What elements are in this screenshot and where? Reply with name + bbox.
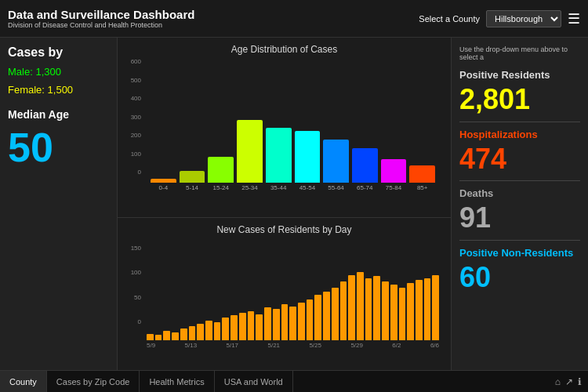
x-label: 6/2 bbox=[392, 342, 401, 349]
daily-bar bbox=[382, 281, 389, 340]
age-bar-group: 45-54 bbox=[295, 131, 321, 191]
age-bar-group: 25-34 bbox=[237, 120, 263, 191]
external-link-icon[interactable]: ↗ bbox=[565, 376, 573, 387]
age-bar bbox=[352, 148, 378, 183]
divider-3 bbox=[459, 240, 580, 241]
page-title: Data and Surveillance Dashboard bbox=[8, 8, 194, 21]
positive-residents-value: 2,801 bbox=[459, 84, 580, 115]
age-bar-label: 65-74 bbox=[357, 184, 372, 191]
age-bar-label: 25-34 bbox=[241, 184, 257, 191]
age-bar-group: 0-4 bbox=[151, 179, 176, 192]
age-bar-group: 35-44 bbox=[266, 128, 292, 191]
left-panel: Cases by Male: 1,300 Female: 1,500 Media… bbox=[0, 38, 118, 390]
menu-icon[interactable]: ☰ bbox=[568, 10, 580, 27]
county-select-label: Select a County bbox=[419, 14, 480, 24]
x-label: 5/9 bbox=[147, 342, 155, 349]
nav-tab-health-metrics[interactable]: Health Metrics bbox=[140, 371, 214, 392]
age-bar-group: 5-14 bbox=[180, 171, 205, 191]
age-bar-label: 75-84 bbox=[386, 184, 401, 191]
bottom-nav: CountyCases by Zip CodeHealth MetricsUSA… bbox=[0, 370, 588, 392]
daily-bar bbox=[340, 281, 347, 340]
daily-bar bbox=[281, 304, 289, 340]
age-bar bbox=[295, 131, 321, 183]
daily-bar bbox=[357, 272, 364, 341]
hint-text: Use the drop-down menu above to select a bbox=[459, 45, 580, 61]
hospitalizations-label: Hospitalizations bbox=[459, 129, 580, 140]
daily-bar bbox=[273, 309, 280, 340]
age-distribution-chart: Age Distribution of Cases 01002003004005… bbox=[118, 38, 451, 218]
age-bar-label: 85+ bbox=[417, 184, 428, 191]
age-bar bbox=[208, 157, 234, 183]
age-bar-label: 55-64 bbox=[328, 184, 343, 191]
nav-icons: ⌂ ↗ ℹ bbox=[555, 376, 588, 387]
daily-bar bbox=[248, 311, 255, 341]
daily-bar bbox=[365, 278, 372, 340]
daily-bar bbox=[189, 326, 196, 340]
header: Data and Surveillance Dashboard Division… bbox=[0, 0, 588, 38]
main-content: Cases by Male: 1,300 Female: 1,500 Media… bbox=[0, 38, 588, 390]
daily-bar bbox=[298, 303, 305, 340]
cases-by-label: Cases by bbox=[8, 45, 109, 60]
daily-bar bbox=[256, 314, 263, 340]
home-icon[interactable]: ⌂ bbox=[555, 376, 561, 387]
divider-1 bbox=[459, 122, 580, 122]
age-bar-group: 15-24 bbox=[208, 157, 234, 191]
daily-bar bbox=[289, 307, 296, 340]
female-count: Female: 1,500 bbox=[8, 84, 109, 96]
new-cases-bars bbox=[143, 238, 443, 340]
age-bar bbox=[381, 159, 407, 183]
center-panel: Age Distribution of Cases 01002003004005… bbox=[118, 38, 451, 390]
daily-bar bbox=[390, 285, 397, 340]
daily-bar bbox=[197, 324, 204, 340]
new-cases-y-axis: 050100150 bbox=[125, 245, 141, 325]
nav-tab-usa-and-world[interactable]: USA and World bbox=[215, 371, 293, 392]
median-age-value: 50 bbox=[8, 127, 109, 168]
age-bar bbox=[151, 179, 176, 183]
x-label: 6/6 bbox=[430, 342, 439, 349]
age-bar-label: 0-4 bbox=[159, 184, 169, 191]
nav-tab-county[interactable]: County bbox=[0, 371, 47, 392]
age-bar-label: 45-54 bbox=[299, 184, 315, 191]
county-dropdown[interactable]: Hillsborough bbox=[486, 10, 561, 27]
age-chart-title: Age Distribution of Cases bbox=[125, 44, 443, 55]
age-chart-bars: 0-45-1415-2425-3435-4445-5455-6465-7475-… bbox=[143, 58, 443, 191]
daily-bar bbox=[214, 322, 221, 340]
daily-bar bbox=[155, 335, 162, 340]
page-subtitle: Division of Disease Control and Health P… bbox=[8, 21, 194, 29]
new-cases-title: New Cases of Residents by Day bbox=[125, 224, 443, 235]
daily-bar bbox=[332, 288, 339, 340]
daily-bar bbox=[205, 321, 212, 340]
info-icon[interactable]: ℹ bbox=[578, 376, 582, 387]
daily-bar bbox=[323, 292, 330, 341]
age-bar bbox=[409, 165, 435, 183]
new-cases-chart: New Cases of Residents by Day 050100150 … bbox=[118, 218, 451, 390]
x-label: 5/29 bbox=[350, 342, 363, 349]
positive-residents-label: Positive Residents bbox=[459, 69, 580, 81]
daily-bar bbox=[348, 275, 355, 340]
deaths-label: Deaths bbox=[459, 187, 580, 199]
age-bar-group: 55-64 bbox=[323, 140, 349, 191]
daily-bar bbox=[222, 318, 229, 340]
daily-bar bbox=[239, 313, 246, 340]
age-bar bbox=[180, 171, 205, 183]
nav-tab-cases-by-zip-code[interactable]: Cases by Zip Code bbox=[47, 371, 140, 392]
header-right: Select a County Hillsborough ☰ bbox=[419, 10, 580, 27]
age-bar-group: 85+ bbox=[409, 165, 435, 191]
daily-bar bbox=[373, 276, 380, 340]
new-cases-x-axis: 5/95/135/175/215/255/296/26/6 bbox=[143, 340, 443, 349]
daily-bar bbox=[432, 275, 439, 340]
daily-bar bbox=[147, 334, 154, 340]
daily-bar bbox=[307, 299, 314, 340]
age-bar bbox=[237, 120, 263, 183]
divider-2 bbox=[459, 180, 580, 181]
x-label: 5/21 bbox=[267, 342, 280, 349]
daily-bar bbox=[163, 331, 170, 341]
x-label: 5/17 bbox=[226, 342, 238, 349]
daily-bar bbox=[264, 307, 271, 340]
deaths-value: 91 bbox=[459, 202, 580, 234]
non-residents-value: 60 bbox=[459, 262, 580, 293]
x-label: 5/25 bbox=[309, 342, 321, 349]
non-residents-label: Positive Non-Residents bbox=[459, 247, 580, 259]
age-bar-group: 75-84 bbox=[381, 159, 407, 191]
daily-bar bbox=[416, 280, 423, 340]
